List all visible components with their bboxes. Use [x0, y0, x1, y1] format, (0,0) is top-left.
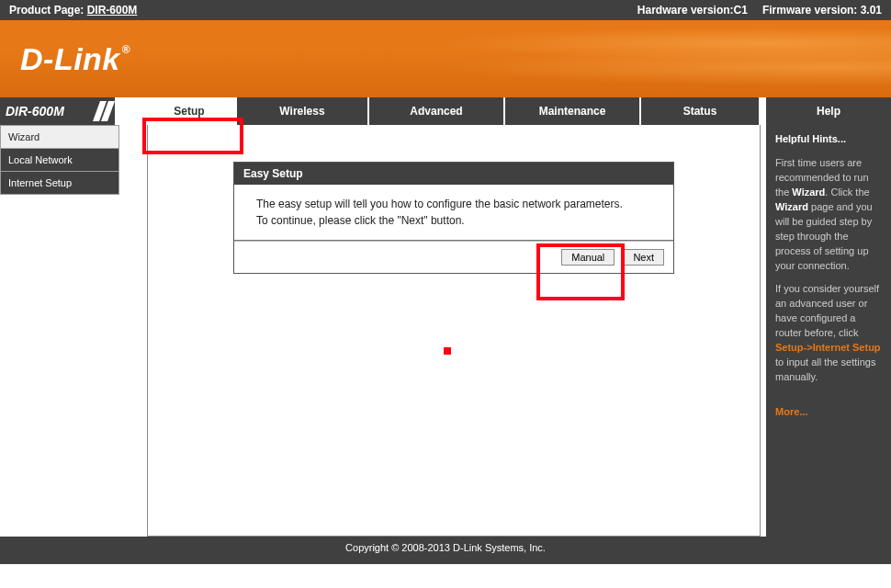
tab-advanced[interactable]: Advanced [369, 97, 503, 125]
tab-maintenance[interactable]: Maintenance [505, 97, 639, 125]
manual-button[interactable]: Manual [561, 249, 615, 266]
tab-wireless[interactable]: Wireless [237, 97, 367, 125]
hints-heading: Helpful Hints... [775, 132, 882, 147]
tab-setup[interactable]: Setup [143, 97, 235, 125]
sidebar: Wizard Local Network Internet Setup [0, 125, 119, 537]
sidebar-item-local-network[interactable]: Local Network [0, 149, 119, 172]
hardware-version: Hardware version:C1 [637, 4, 748, 17]
more-link[interactable]: More... [775, 405, 807, 420]
content-area: Easy Setup The easy setup will tell you … [147, 125, 761, 537]
product-page-label: Product Page: DIR-600M [9, 4, 137, 17]
tab-help[interactable]: Help [766, 97, 891, 125]
footer: Copyright © 2008-2013 D-Link Systems, In… [0, 537, 891, 564]
next-button[interactable]: Next [623, 249, 664, 266]
easy-setup-panel: Easy Setup The easy setup will tell you … [233, 162, 674, 274]
sidebar-item-internet-setup[interactable]: Internet Setup [0, 172, 119, 195]
tab-status[interactable]: Status [641, 97, 759, 125]
panel-title: Easy Setup [234, 163, 673, 185]
product-model-link[interactable]: DIR-600M [87, 4, 138, 17]
hints-paragraph-2: If you consider yourself an advanced use… [775, 282, 882, 385]
brand-logo: D-Link® [20, 41, 130, 77]
main-tabs: Setup Wireless Advanced Maintenance Stat… [143, 97, 891, 125]
panel-actions: Manual Next [234, 241, 673, 273]
model-badge: DIR-600M [0, 97, 117, 125]
top-bar: Product Page: DIR-600M Hardware version:… [0, 0, 891, 20]
setup-internet-link[interactable]: Setup->Internet Setup [775, 342, 881, 353]
firmware-version: Firmware version: 3.01 [762, 4, 882, 17]
sidebar-item-wizard[interactable]: Wizard [0, 125, 119, 149]
banner: D-Link® [0, 20, 891, 97]
help-sidebar: Helpful Hints... First time users are re… [766, 125, 891, 537]
red-marker-dot [444, 347, 451, 355]
panel-body: The easy setup will tell you how to conf… [234, 185, 673, 241]
hints-paragraph-1: First time users are recommended to run … [775, 156, 882, 274]
